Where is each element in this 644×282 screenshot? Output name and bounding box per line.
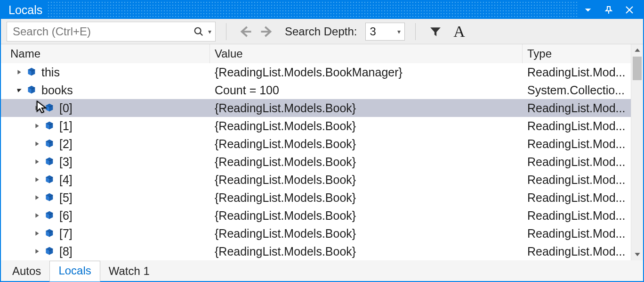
value-cell[interactable]: {ReadingList.Models.Book}	[210, 119, 523, 133]
variable-row[interactable]: [0]{ReadingList.Models.Book}ReadingList.…	[1, 99, 631, 117]
expand-icon[interactable]	[33, 158, 41, 166]
object-icon	[44, 103, 55, 113]
expand-icon[interactable]	[33, 104, 41, 112]
scroll-down-button[interactable]	[631, 248, 643, 260]
name-cell[interactable]: [3]	[1, 155, 210, 169]
name-cell[interactable]: [8]	[1, 245, 210, 258]
variable-name: [1]	[59, 119, 72, 133]
variable-name: [2]	[59, 137, 72, 151]
separator	[226, 23, 226, 40]
tab-autos[interactable]: Autos	[4, 262, 49, 282]
object-icon	[44, 228, 55, 239]
object-icon	[26, 67, 37, 77]
type-cell: ReadingList.Mod...	[523, 191, 631, 205]
titlebar: Locals	[1, 1, 643, 19]
variable-name: [0]	[59, 101, 72, 115]
expand-icon[interactable]	[33, 175, 41, 184]
tab-locals[interactable]: Locals	[49, 261, 100, 282]
variable-row[interactable]: booksCount = 100System.Collectio...	[1, 81, 631, 99]
value-cell[interactable]: {ReadingList.Models.Book}	[210, 137, 523, 151]
value-cell[interactable]: {ReadingList.Models.Book}	[210, 227, 523, 241]
locals-window: Locals ▾ Sear	[0, 0, 644, 282]
close-button[interactable]	[623, 4, 636, 16]
expand-icon[interactable]	[15, 68, 24, 76]
type-cell: ReadingList.Mod...	[523, 209, 631, 223]
search-dropdown-icon[interactable]: ▾	[207, 28, 215, 35]
search-depth-label: Search Depth:	[285, 25, 357, 38]
tab-watch-1[interactable]: Watch 1	[100, 262, 158, 282]
expand-icon[interactable]	[33, 193, 41, 202]
window-options-button[interactable]	[582, 4, 594, 16]
value-cell[interactable]: Count = 100	[210, 83, 523, 97]
type-cell: System.Collectio...	[523, 83, 631, 97]
expand-icon[interactable]	[33, 211, 41, 220]
vertical-scrollbar[interactable]	[631, 44, 643, 260]
separator	[415, 23, 416, 40]
titlebar-grip[interactable]	[47, 1, 577, 19]
column-header-value[interactable]: Value	[210, 44, 523, 63]
object-icon	[44, 174, 55, 185]
type-cell: ReadingList.Mod...	[523, 101, 631, 115]
expand-icon[interactable]	[33, 122, 41, 130]
value-cell[interactable]: {ReadingList.Models.Book}	[210, 191, 523, 205]
variable-row[interactable]: [6]{ReadingList.Models.Book}ReadingList.…	[1, 207, 631, 224]
nav-back-button[interactable]	[237, 23, 254, 40]
variable-name: [4]	[59, 173, 72, 187]
column-header-type[interactable]: Type	[523, 44, 631, 63]
type-cell: ReadingList.Mod...	[523, 227, 631, 241]
name-cell[interactable]: [0]	[1, 101, 210, 115]
value-cell[interactable]: {ReadingList.Models.Book}	[210, 173, 523, 187]
grid-body: Name Value Type this{ReadingList.Models.…	[1, 44, 643, 260]
search-box[interactable]: ▾	[7, 22, 216, 41]
expand-icon[interactable]	[33, 140, 41, 148]
value-cell[interactable]: {ReadingList.Models.Book}	[210, 209, 523, 223]
name-cell[interactable]: [5]	[1, 191, 210, 205]
search-input[interactable]	[7, 25, 191, 38]
type-cell: ReadingList.Mod...	[523, 66, 631, 79]
object-icon	[26, 85, 37, 95]
expand-icon[interactable]	[33, 247, 41, 256]
variable-row[interactable]: [4]{ReadingList.Models.Book}ReadingList.…	[1, 171, 631, 189]
column-header-name[interactable]: Name	[1, 44, 210, 63]
search-icon[interactable]	[191, 26, 207, 37]
variable-name: [7]	[59, 227, 72, 241]
object-icon	[44, 192, 55, 203]
name-cell[interactable]: [1]	[1, 119, 210, 133]
expand-icon[interactable]	[33, 229, 41, 238]
value-cell[interactable]: {ReadingList.Models.BookManager}	[210, 66, 523, 79]
name-cell[interactable]: this	[1, 66, 210, 79]
object-icon	[44, 121, 55, 131]
pin-button[interactable]	[603, 4, 615, 16]
scroll-thumb[interactable]	[633, 57, 642, 80]
variable-row[interactable]: [8]{ReadingList.Models.Book}ReadingList.…	[1, 242, 631, 260]
variable-row[interactable]: this{ReadingList.Models.BookManager}Read…	[1, 63, 631, 81]
name-cell[interactable]: [2]	[1, 137, 210, 151]
variable-row[interactable]: [7]{ReadingList.Models.Book}ReadingList.…	[1, 224, 631, 242]
name-cell[interactable]: [7]	[1, 227, 210, 241]
value-cell[interactable]: {ReadingList.Models.Book}	[210, 245, 523, 258]
name-cell[interactable]: [6]	[1, 209, 210, 223]
text-visualizer-button[interactable]: A	[450, 22, 468, 41]
name-cell[interactable]: books	[1, 83, 210, 97]
object-icon	[44, 157, 55, 167]
collapse-icon[interactable]	[15, 86, 24, 94]
value-cell[interactable]: {ReadingList.Models.Book}	[210, 101, 523, 115]
name-cell[interactable]: [4]	[1, 173, 210, 187]
object-icon	[44, 210, 55, 221]
type-cell: ReadingList.Mod...	[523, 173, 631, 187]
rows-container: this{ReadingList.Models.BookManager}Read…	[1, 63, 631, 260]
scroll-track[interactable]	[631, 57, 643, 248]
scroll-up-button[interactable]	[631, 44, 643, 57]
variable-row[interactable]: [2]{ReadingList.Models.Book}ReadingList.…	[1, 135, 631, 153]
variable-row[interactable]: [1]{ReadingList.Models.Book}ReadingList.…	[1, 117, 631, 135]
nav-forward-button[interactable]	[258, 23, 275, 40]
filter-button[interactable]	[426, 22, 445, 41]
variable-row[interactable]: [3]{ReadingList.Models.Book}ReadingList.…	[1, 153, 631, 171]
variable-name: this	[41, 66, 60, 79]
chevron-down-icon: ▾	[397, 28, 401, 35]
value-cell[interactable]: {ReadingList.Models.Book}	[210, 155, 523, 169]
search-depth-combo[interactable]: 3 ▾	[365, 23, 405, 41]
type-cell: ReadingList.Mod...	[523, 245, 631, 258]
svg-point-0	[195, 27, 201, 33]
variable-row[interactable]: [5]{ReadingList.Models.Book}ReadingList.…	[1, 189, 631, 207]
